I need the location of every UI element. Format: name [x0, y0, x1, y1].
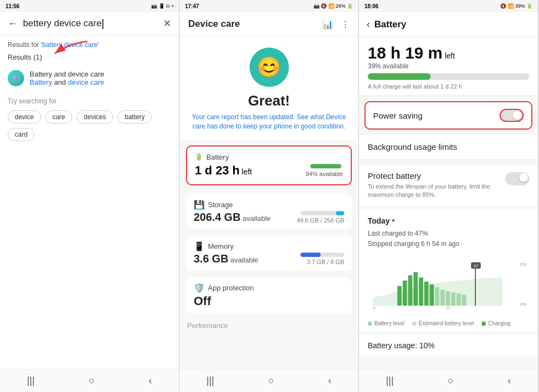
result-subtext: Battery and device care — [30, 78, 105, 86]
battery-card[interactable]: 🔋 Battery 1 d 23 h left 94% available — [186, 145, 352, 185]
svg-rect-5 — [408, 275, 413, 306]
bg-usage-item[interactable]: Background usage limits — [359, 134, 538, 160]
care-report-link[interactable]: Your care report has been updated. — [192, 113, 295, 121]
header-icons: 📊 ⋮ — [322, 19, 350, 30]
great-section: 😊 Great! Your care report has been updat… — [179, 37, 358, 140]
clear-button[interactable]: ✕ — [163, 17, 171, 30]
nav-home-3[interactable]: ○ — [448, 375, 454, 387]
device-care-title: Device care — [188, 19, 240, 30]
power-saving-card[interactable]: Power saving — [364, 101, 532, 130]
app-prot-value: Off — [194, 294, 344, 308]
protect-battery-toggle[interactable] — [505, 172, 529, 185]
nav-recents-2[interactable]: ||| — [206, 375, 214, 387]
battery-label: Battery — [206, 153, 229, 161]
toggle-knob — [513, 111, 521, 120]
chart-svg: 100 0% 47 0 12 — [368, 257, 529, 312]
storage-bar — [300, 211, 344, 215]
tag-devices[interactable]: devices — [77, 110, 113, 124]
app-protection-card[interactable]: 🛡️ App protection Off — [186, 277, 352, 314]
protect-title: Protect battery — [368, 171, 500, 180]
power-saving-label: Power saving — [373, 111, 422, 120]
battery-header: ‹ Battery — [359, 12, 538, 37]
search-text[interactable]: bettery device care — [23, 18, 158, 29]
battery-usage-row[interactable]: Battery usage: 10% — [359, 334, 538, 356]
storage-bar-area: 49.6 GB / 256 GB — [297, 211, 344, 224]
bottom-nav-1: ||| ○ ‹ — [0, 369, 179, 392]
status-icons-1: 📷 📱 ⊙ • — [151, 3, 173, 9]
battery-icon: 🔋 — [195, 153, 203, 161]
result-label: Battery and device care — [30, 70, 105, 78]
svg-rect-7 — [419, 277, 423, 306]
protect-toggle-knob — [519, 173, 528, 182]
svg-rect-15 — [462, 295, 466, 306]
nav-back-1[interactable]: ‹ — [149, 375, 152, 387]
svg-rect-4 — [403, 280, 407, 306]
nav-recents-1[interactable]: ||| — [27, 375, 34, 387]
app-prot-icon: 🛡️ — [194, 283, 205, 293]
svg-text:0: 0 — [373, 306, 376, 311]
nav-back-2[interactable]: ‹ — [328, 375, 332, 387]
back-button[interactable]: ← — [8, 18, 18, 30]
battery-back-button[interactable]: ‹ — [367, 19, 370, 30]
care-report-text: Your care report has been updated. See w… — [188, 113, 350, 131]
today-row[interactable]: Today ▾ — [359, 210, 538, 227]
more-icon[interactable]: ⋮ — [341, 19, 350, 30]
storage-card[interactable]: 💾 Storage 206.4 GB available 49.6 GB / 2… — [186, 194, 352, 229]
app-prot-label: App protection — [208, 284, 254, 292]
tag-device[interactable]: device — [8, 110, 41, 124]
svg-rect-10 — [435, 287, 439, 306]
legend-charging: Charging — [482, 320, 511, 326]
power-saving-toggle[interactable] — [500, 109, 524, 122]
nav-home-2[interactable]: ○ — [268, 375, 274, 387]
status-icons-2: 📷 🔇 📶 26% 🔋 — [314, 3, 353, 9]
status-bar-3: 18:06 🔇 📶 39% 🔋 — [359, 0, 538, 12]
battery-time-display: 18 h 19 m left — [368, 44, 529, 62]
battery-full-charge-text: A full charge will last about 1 d 22 h — [368, 83, 529, 90]
battery-bar-right: 94% available — [306, 164, 344, 177]
panel-device-care: 17:47 📷 🔇 📶 26% 🔋 Device care 📊 ⋮ 😊 Grea… — [179, 0, 359, 392]
memory-label: Memory — [208, 242, 234, 250]
battery-main-row: 1 d 23 h left 94% available — [195, 163, 343, 178]
svg-rect-12 — [446, 291, 450, 306]
battery-available: 94% available — [306, 171, 344, 177]
status-bar-2: 17:47 📷 🔇 📶 26% 🔋 — [179, 0, 358, 12]
memory-card[interactable]: 📱 Memory 3.6 GB available 3.7 GB / 8 GB — [186, 236, 352, 271]
tag-card[interactable]: card — [8, 128, 34, 141]
today-dropdown-arrow: ▾ — [392, 218, 395, 224]
battery-link[interactable]: Battery — [30, 78, 52, 86]
storage-icon: 💾 — [194, 200, 205, 210]
memory-icon: 📱 — [194, 241, 205, 251]
svg-rect-13 — [451, 292, 455, 306]
svg-text:0%: 0% — [520, 302, 526, 307]
storage-main-row: 206.4 GB available 49.6 GB / 256 GB — [194, 211, 344, 224]
result-text-block: Battery and device care Battery and devi… — [30, 70, 105, 86]
status-icons-3: 🔇 📶 39% 🔋 — [500, 3, 532, 9]
time-2: 17:47 — [185, 3, 199, 9]
protect-desc: To extend the lifespan of your battery, … — [368, 183, 500, 200]
charge-info: Last charged to 47% Stopped charging 6 h… — [359, 227, 538, 255]
result-item-battery-care[interactable]: ⚙️ Battery and device care Battery and d… — [0, 66, 179, 91]
battery-bar-fill — [310, 164, 341, 168]
great-title: Great! — [248, 92, 290, 109]
nav-home-1[interactable]: ○ — [89, 375, 95, 387]
nav-back-3[interactable]: ‹ — [508, 375, 511, 387]
panel-battery: 18:06 🔇 📶 39% 🔋 ‹ Battery 18 h 19 m left… — [359, 0, 538, 392]
svg-rect-14 — [456, 294, 461, 306]
performance-label: Performance — [179, 317, 358, 332]
device-care-link[interactable]: device care — [68, 78, 104, 86]
chart-icon[interactable]: 📊 — [322, 19, 333, 30]
nav-recents-3[interactable]: ||| — [386, 375, 393, 387]
status-bar-1: 11:56 📷 📱 ⊙ • — [0, 0, 179, 12]
memory-bar — [300, 253, 344, 257]
battery-main: 18 h 19 m left 39% available A full char… — [359, 37, 538, 96]
tag-battery[interactable]: battery — [118, 110, 152, 124]
battery-chart: 100 0% 47 0 12 — [359, 255, 538, 318]
legend-estimated: Estimated battery level — [412, 320, 474, 326]
battery-card-header: 🔋 Battery — [195, 153, 343, 161]
protect-battery-item[interactable]: Protect battery To extend the lifespan o… — [359, 164, 538, 207]
result-icon: ⚙️ — [8, 70, 24, 86]
storage-label: Storage — [208, 201, 233, 209]
panel-search: 11:56 📷 📱 ⊙ • ← bettery device care ✕ Re… — [0, 0, 179, 392]
tag-care[interactable]: care — [45, 110, 72, 124]
chart-legend: Battery level Estimated battery level Ch… — [359, 318, 538, 331]
